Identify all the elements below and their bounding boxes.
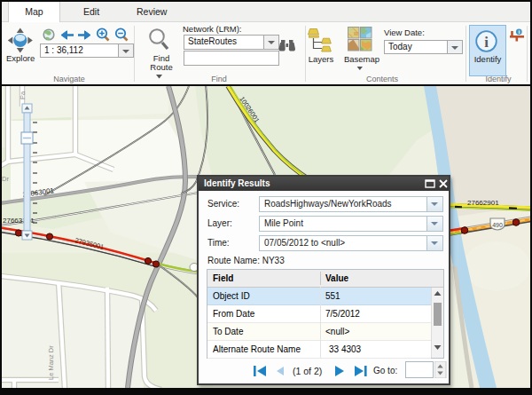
svg-text:27662901: 27662901 <box>467 199 499 207</box>
svg-text:Pa: Pa <box>19 91 27 99</box>
svg-text:Le Manz Dr: Le Manz Dr <box>47 345 55 380</box>
svg-text:Dr: Dr <box>2 175 9 183</box>
svg-text:490: 490 <box>492 222 503 228</box>
svg-text:i: i <box>518 28 520 35</box>
svg-text:i: i <box>484 34 489 51</box>
svg-text:(1 of 2): (1 of 2) <box>293 366 322 376</box>
